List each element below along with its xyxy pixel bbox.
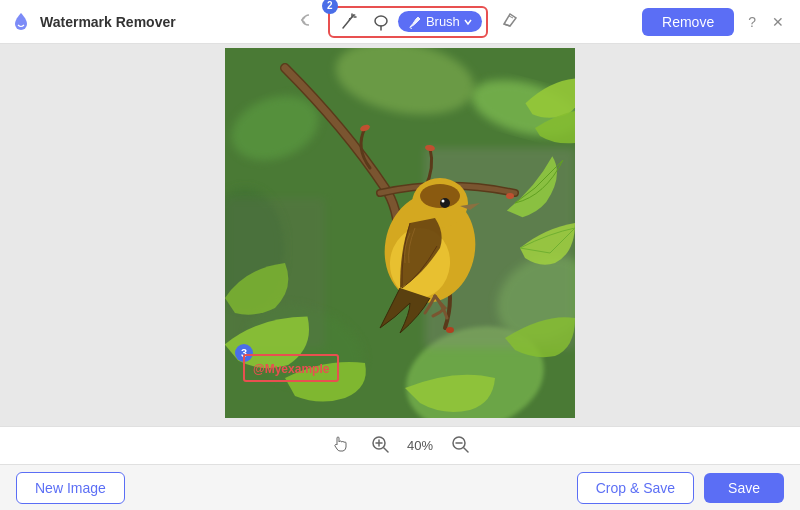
title-bar: Watermark Remover 2 (0, 0, 800, 44)
lasso-icon (372, 13, 390, 31)
svg-line-34 (464, 448, 468, 452)
step-badge-2: 2 (322, 0, 338, 14)
zoom-in-button[interactable] (367, 431, 393, 461)
hand-tool-button[interactable] (327, 431, 353, 461)
back-icon (298, 11, 316, 29)
hand-icon (331, 435, 349, 453)
svg-point-3 (375, 16, 387, 26)
svg-point-27 (442, 200, 445, 203)
watermark-box[interactable]: @Myexample (243, 354, 339, 382)
brush-button[interactable]: Brush (398, 11, 482, 32)
footer: New Image Crop & Save Save (0, 464, 800, 510)
tool-group: 2 (328, 6, 488, 38)
svg-line-31 (384, 448, 388, 452)
brush-label: Brush (426, 14, 460, 29)
zoom-level: 40% (407, 438, 433, 453)
magic-wand-icon (340, 13, 358, 31)
svg-line-5 (504, 24, 510, 26)
title-right: Remove ? ✕ (642, 8, 790, 36)
bottom-toolbar: 40% (0, 426, 800, 464)
app-title: Watermark Remover (40, 14, 176, 30)
app-icon (10, 11, 32, 33)
back-button[interactable] (292, 7, 322, 37)
save-button[interactable]: Save (704, 473, 784, 503)
window-controls: ? ✕ (742, 10, 790, 34)
title-left: Watermark Remover (10, 11, 176, 33)
remove-button[interactable]: Remove (642, 8, 734, 36)
image-container: 3 @Myexample (225, 48, 575, 422)
main-area: 3 @Myexample (0, 44, 800, 426)
svg-point-25 (420, 184, 460, 208)
svg-point-26 (440, 198, 450, 208)
footer-left: New Image (16, 472, 125, 504)
new-image-button[interactable]: New Image (16, 472, 125, 504)
zoom-out-button[interactable] (447, 431, 473, 461)
close-button[interactable]: ✕ (766, 10, 790, 34)
crop-save-button[interactable]: Crop & Save (577, 472, 694, 504)
footer-right: Crop & Save Save (577, 472, 784, 504)
svg-point-19 (506, 193, 514, 199)
eraser-button[interactable] (494, 5, 526, 38)
svg-point-20 (446, 327, 454, 333)
brush-icon (408, 15, 422, 29)
zoom-in-icon (371, 435, 389, 453)
magic-wand-button[interactable] (334, 10, 364, 34)
help-button[interactable]: ? (742, 10, 762, 34)
eraser-icon (500, 9, 520, 29)
lasso-button[interactable] (366, 10, 396, 34)
title-center: 2 (292, 5, 526, 38)
watermark-text: @Myexample (253, 362, 329, 376)
chevron-down-icon (464, 18, 472, 26)
zoom-out-icon (451, 435, 469, 453)
